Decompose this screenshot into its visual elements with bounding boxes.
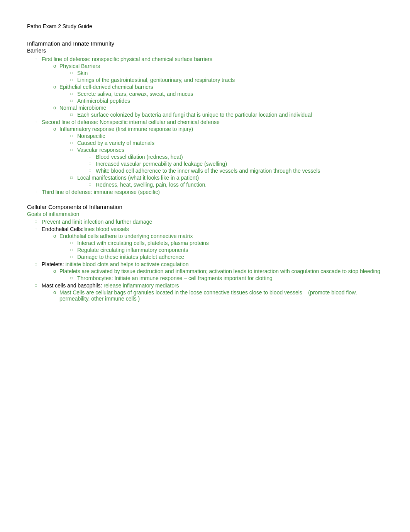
goals-heading: Goals of inflammation <box>27 211 383 217</box>
inflammatory-response-label: Inflammatory response (first immune resp… <box>59 126 193 132</box>
list-item: Epithelial cell-derived chemical barrier… <box>53 84 383 104</box>
interact-circulating: Interact with circulating cells, platele… <box>77 240 209 246</box>
list-item: Skin <box>70 70 383 76</box>
caused-by-text: Caused by a variety of materials <box>77 140 154 146</box>
section1-subheading: Barriers <box>27 48 383 54</box>
list-item: Nonspecific <box>70 133 383 139</box>
endothelial-label: Endothelial Cells: <box>42 226 83 232</box>
microbiome-children: Each surface colonized by bacteria and f… <box>59 112 383 118</box>
inflammatory-response-children: Nonspecific Caused by a variety of mater… <box>59 133 383 188</box>
redness-text: Redness, heat, swelling, pain, loss of f… <box>96 182 207 188</box>
list-item: Vascular responses Blood vessel dilation… <box>70 147 383 174</box>
blood-vessel-dilation: Blood vessel dilation (redness, heat) <box>96 154 183 160</box>
endothelial-children: Endothelial cells adhere to underlying c… <box>42 233 383 260</box>
list-item: Mast Cells are cellular bags of granules… <box>53 289 383 302</box>
platelets-label: Platelets: <box>42 261 65 267</box>
list-item: Second line of defense: Nonspecific inte… <box>35 119 383 188</box>
nonspecific-text: Nonspecific <box>77 133 105 139</box>
white-blood-cell: White blood cell adherence to the inner … <box>96 168 320 174</box>
section1-heading: Inflammation and Innate Immunity <box>27 40 383 47</box>
damage-initiates: Damage to these initiates platelet adher… <box>77 254 184 260</box>
list-item: Each surface colonized by bacteria and f… <box>70 112 383 118</box>
thrombocytes-text: Thrombocytes: Initiate an immune respons… <box>77 275 273 281</box>
list-item: First line of defense: nonspecific physi… <box>35 56 383 118</box>
skin-text: Skin <box>77 70 88 76</box>
list-item: Increased vascular permeability and leak… <box>89 161 383 167</box>
list-item: Prevent and limit infection and further … <box>35 219 383 225</box>
list-item: Damage to these initiates platelet adher… <box>70 254 383 260</box>
endothelial-adhere-children: Interact with circulating cells, platele… <box>59 240 383 260</box>
vascular-label: Vascular responses <box>77 147 124 153</box>
list-item: Mast cells and basophils: release inflam… <box>35 282 383 302</box>
list-item: White blood cell adherence to the inner … <box>89 168 383 174</box>
list-item: Caused by a variety of materials <box>70 140 383 146</box>
list-item: Secrete saliva, tears, earwax, sweat, an… <box>70 91 383 97</box>
second-line-text: Second line of defense: Nonspecific inte… <box>42 119 220 125</box>
list-item: Inflammatory response (first immune resp… <box>53 126 383 188</box>
list-item: Normal microbiome Each surface colonized… <box>53 105 383 118</box>
section-inflammation: Inflammation and Innate Immunity Barrier… <box>27 40 383 195</box>
list-item: Platelets: initiate blood clots and help… <box>35 261 383 281</box>
microbiome-label: Normal microbiome <box>59 105 106 111</box>
goals-list: Prevent and limit infection and further … <box>27 219 383 302</box>
first-line-text: First line of defense: nonspecific physi… <box>42 56 212 62</box>
list-item: Antimicrobial peptides <box>70 98 383 104</box>
list-item: Thrombocytes: Initiate an immune respons… <box>70 275 383 281</box>
antimicrobial-text: Antimicrobial peptides <box>77 98 130 104</box>
mast-cells-detail: Mast Cells are cellular bags of granules… <box>59 289 357 302</box>
mast-cells-label: Mast cells and basophils: <box>42 282 102 289</box>
endothelial-label-text: lines blood vessels <box>83 226 129 232</box>
list-item: Physical Barriers Skin Linings of the ga… <box>53 63 383 83</box>
second-line-children: Inflammatory response (first immune resp… <box>42 126 383 188</box>
list-item: Linings of the gastrointestinal, genitou… <box>70 77 383 83</box>
list-item: Platelets are activated by tissue destru… <box>53 268 383 281</box>
saliva-text: Secrete saliva, tears, earwax, sweat, an… <box>77 91 193 97</box>
section-cellular: Cellular Components of Inflammation Goal… <box>27 204 383 302</box>
list-item: Third line of defense: immune response (… <box>35 189 383 195</box>
physical-barriers-children: Skin Linings of the gastrointestinal, ge… <box>59 70 383 83</box>
vascular-children: Blood vessel dilation (redness, heat) In… <box>77 154 383 174</box>
linings-text: Linings of the gastrointestinal, genitou… <box>77 77 235 83</box>
list-item: Local manifestations (what it looks like… <box>70 175 383 188</box>
mast-cells-label-text: release inflammatory mediators <box>102 282 179 289</box>
platelets-label-text: initiate blood clots and helps to activa… <box>65 261 188 267</box>
prevent-text: Prevent and limit infection and further … <box>42 219 152 225</box>
list-item: Interact with circulating cells, platele… <box>70 240 383 246</box>
first-line-children: Physical Barriers Skin Linings of the ga… <box>42 63 383 118</box>
list-item: Regulate circulating inflammatory compon… <box>70 247 383 253</box>
epithelial-label: Epithelial cell-derived chemical barrier… <box>59 84 153 90</box>
platelets-activated: Platelets are activated by tissue destru… <box>59 268 380 274</box>
physical-barriers-label: Physical Barriers <box>59 63 100 69</box>
mast-cells-children: Mast Cells are cellular bags of granules… <box>42 289 383 302</box>
page-title: Patho Exam 2 Study Guide <box>27 23 383 29</box>
list-item: Endothelial Cells:lines blood vessels En… <box>35 226 383 260</box>
list-item: Blood vessel dilation (redness, heat) <box>89 154 383 160</box>
section2-heading: Cellular Components of Inflammation <box>27 204 383 210</box>
endothelial-adhere: Endothelial cells adhere to underlying c… <box>59 233 193 239</box>
epithelial-children: Secrete saliva, tears, earwax, sweat, an… <box>59 91 383 104</box>
list-item: Redness, heat, swelling, pain, loss of f… <box>89 182 383 188</box>
list-item: Endothelial cells adhere to underlying c… <box>53 233 383 260</box>
local-manifestations-children: Redness, heat, swelling, pain, loss of f… <box>77 182 383 188</box>
local-manifestations-label: Local manifestations (what it looks like… <box>77 175 199 181</box>
vascular-permeability: Increased vascular permeability and leak… <box>96 161 227 167</box>
barriers-list: First line of defense: nonspecific physi… <box>27 56 383 195</box>
platelets-activated-children: Thrombocytes: Initiate an immune respons… <box>59 275 383 281</box>
microbiome-detail: Each surface colonized by bacteria and f… <box>77 112 312 118</box>
regulate-circulating: Regulate circulating inflammatory compon… <box>77 247 188 253</box>
third-line-text: Third line of defense: immune response (… <box>42 189 160 195</box>
platelets-children: Platelets are activated by tissue destru… <box>42 268 383 281</box>
